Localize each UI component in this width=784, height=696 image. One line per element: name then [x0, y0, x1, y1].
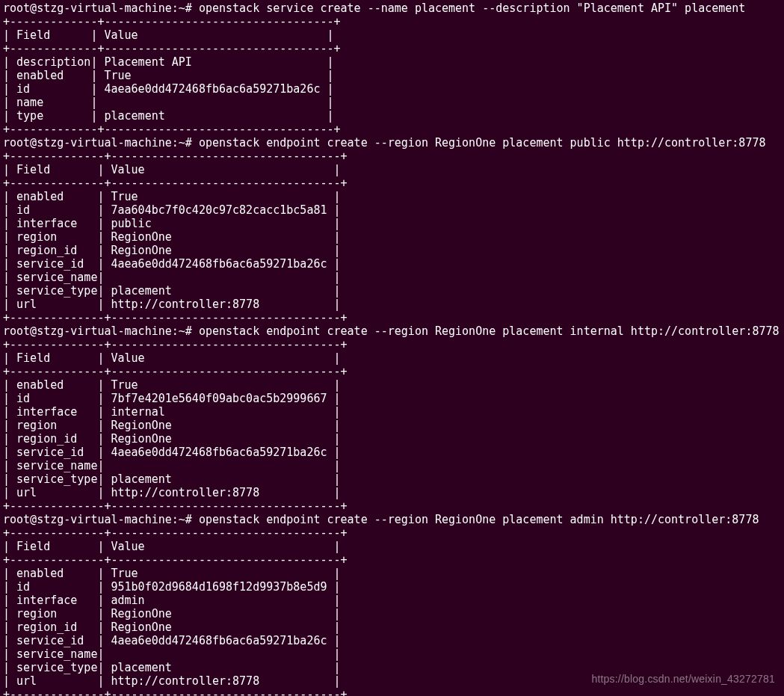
table-border: +--------------+------------------------… — [3, 553, 781, 567]
table-row: | service_id | 4aea6e0dd472468fb6ac6a592… — [3, 446, 781, 459]
table-border: +--------------+------------------------… — [3, 688, 781, 696]
table-border: +-------------+-------------------------… — [3, 15, 781, 28]
table-row: | service_name| | — [3, 271, 781, 284]
table-border: +--------------+------------------------… — [3, 311, 781, 324]
table-border: +-------------+-------------------------… — [3, 123, 781, 136]
table-row: | region_id | RegionOne | — [3, 244, 781, 257]
table-border: +--------------+------------------------… — [3, 150, 781, 163]
table-border: +--------------+------------------------… — [3, 526, 781, 540]
table-row: | region | RegionOne | — [3, 230, 781, 244]
table-row: | service_type| placement | — [3, 472, 781, 486]
table-row: | interface | public | — [3, 217, 781, 230]
command-line[interactable]: root@stzg-virtual-machine:~# openstack e… — [3, 136, 781, 150]
table-row: | id | 7bf7e4201e5640f09abc0ac5b2999667 … — [3, 392, 781, 405]
table-header: | Field | Value | — [3, 163, 781, 176]
table-row: | region_id | RegionOne | — [3, 432, 781, 446]
table-row: | service_type| placement | — [3, 284, 781, 298]
table-row: | id | 7aa604bc7f0c420c97c82cacc1bc5a81 … — [3, 203, 781, 217]
table-row: | enabled | True | — [3, 69, 781, 82]
table-row: | url | http://controller:8778 | — [3, 486, 781, 499]
command-line[interactable]: root@stzg-virtual-machine:~# openstack s… — [3, 1, 781, 15]
table-row: | interface | admin | — [3, 594, 781, 607]
table-header: | Field | Value | — [3, 28, 781, 42]
table-row: | enabled | True | — [3, 190, 781, 203]
table-row: | url | http://controller:8778 | — [3, 298, 781, 311]
table-row: | type | placement | — [3, 109, 781, 123]
table-row: | service_id | 4aea6e0dd472468fb6ac6a592… — [3, 257, 781, 271]
table-border: +--------------+------------------------… — [3, 499, 781, 513]
table-row: | region_id | RegionOne | — [3, 620, 781, 634]
terminal-output[interactable]: root@stzg-virtual-machine:~# openstack s… — [0, 0, 784, 696]
table-row: | id | 4aea6e0dd472468fb6ac6a59271ba26c … — [3, 82, 781, 96]
table-row: | name | | — [3, 96, 781, 109]
table-border: +--------------+------------------------… — [3, 338, 781, 351]
table-header: | Field | Value | — [3, 351, 781, 365]
table-row: | id | 951b0f02d9684d1698f12d9937b8e5d9 … — [3, 580, 781, 594]
table-row: | enabled | True | — [3, 378, 781, 392]
table-border: +--------------+------------------------… — [3, 365, 781, 378]
table-row: | service_name| | — [3, 647, 781, 661]
command-line[interactable]: root@stzg-virtual-machine:~# openstack e… — [3, 513, 781, 526]
command-line[interactable]: root@stzg-virtual-machine:~# openstack e… — [3, 324, 781, 338]
table-border: +-------------+-------------------------… — [3, 42, 781, 55]
table-row: | region | RegionOne | — [3, 607, 781, 620]
table-row: | interface | internal | — [3, 405, 781, 419]
table-row: | description| Placement API | — [3, 55, 781, 69]
watermark-text: https://blog.csdn.net/weixin_43272781 — [591, 672, 775, 686]
table-row: | enabled | True | — [3, 567, 781, 580]
table-row: | service_name| | — [3, 459, 781, 472]
table-row: | service_id | 4aea6e0dd472468fb6ac6a592… — [3, 634, 781, 647]
table-border: +--------------+------------------------… — [3, 176, 781, 190]
table-row: | region | RegionOne | — [3, 419, 781, 432]
table-header: | Field | Value | — [3, 540, 781, 553]
